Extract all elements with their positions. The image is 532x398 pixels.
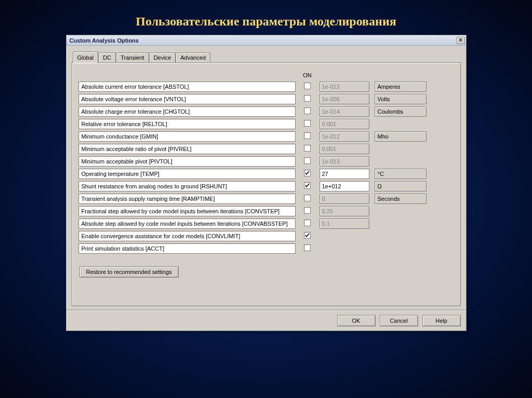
param-checkbox[interactable] [304,244,311,251]
param-unit: Ω [375,181,427,191]
dialog-footer: OK Cancel Help [66,310,466,331]
ok-button[interactable]: OK [337,315,376,326]
param-checkbox[interactable] [304,170,311,176]
restore-button[interactable]: Restore to recommended settings [79,266,179,278]
param-checkbox[interactable] [304,195,311,201]
param-checkbox-cell [301,82,314,91]
param-label: Minimum acceptable ratio of pivot [PIVRE… [78,144,296,154]
param-label: Enable convergence assistance for code m… [78,231,296,241]
param-unit: Seconds [375,194,427,204]
param-label: Absolute voltage error tolerance [VNTOL] [78,94,296,104]
dialog-window: Custom Analysis Options X GlobalDCTransi… [66,35,467,331]
param-label: Operating temperature [TEMP] [78,169,296,179]
param-checkbox-cell [301,107,314,116]
param-value: 1e-012 [320,81,369,92]
param-label: Fractional step allowed by code model in… [78,206,296,216]
tab-strip: GlobalDCTransientDeviceAdvanced [73,51,461,62]
tab-device[interactable]: Device [149,52,176,62]
param-label: Transient analysis supply ramping time [… [78,194,296,204]
param-value: 0.001 [320,119,369,129]
param-label: Print simulation statistics [ACCT] [78,243,296,254]
param-label: Relative error tolerance [RELTOL] [78,119,296,129]
param-value: 0.001 [320,144,369,154]
param-unit: °C [375,169,427,179]
param-unit: Amperes [375,81,427,92]
param-checkbox[interactable] [304,145,311,152]
param-checkbox-cell [301,219,314,228]
tab-panel-global: ON Absolute current error tolerance [ABS… [72,62,461,306]
param-checkbox[interactable] [304,232,311,239]
param-label: Absolute current error tolerance [ABSTOL… [78,81,296,92]
param-checkbox-cell [301,182,314,191]
param-value[interactable]: 27 [320,169,369,179]
cancel-button[interactable]: Cancel [380,315,418,326]
param-checkbox-cell [301,94,314,104]
param-checkbox-cell [301,144,314,154]
param-checkbox[interactable] [304,219,311,226]
tab-transient[interactable]: Transient [116,52,149,62]
tab-advanced[interactable]: Advanced [176,52,210,62]
param-value: 0 [320,194,369,204]
client-area: GlobalDCTransientDeviceAdvanced ON Absol… [66,46,466,310]
param-label: Absolute step allowed by code model inpu… [78,218,296,229]
param-checkbox[interactable] [304,132,311,139]
param-value: 0.25 [320,206,369,216]
param-label: Shunt resistance from analog nodes to gr… [78,181,296,191]
param-label: Minimum conductance [GMIN] [78,131,296,142]
tab-global[interactable]: Global [73,51,99,63]
param-label: Minimum acceptable pivot [PIVTOL] [78,156,296,167]
param-checkbox-cell [301,244,314,253]
param-checkbox[interactable] [304,83,311,89]
param-checkbox-cell [301,207,314,216]
param-checkbox[interactable] [304,95,311,102]
param-checkbox-cell [301,169,314,179]
param-checkbox[interactable] [304,157,311,164]
param-checkbox-cell [301,132,314,141]
param-value: 0.1 [320,218,369,229]
param-checkbox[interactable] [304,207,311,214]
param-value: 1e-014 [320,106,369,117]
param-unit: Coulombs [375,106,427,117]
window-title: Custom Analysis Options [70,37,139,44]
slide-title: Пользовательские параметры моделирования [0,15,532,29]
param-checkbox-cell [301,119,314,129]
param-label: Absolute charge error tolerance [CHGTOL] [78,106,296,117]
help-button[interactable]: Help [422,315,461,326]
column-header-on: ON [301,72,314,78]
param-value[interactable]: 1e+012 [320,181,369,191]
param-checkbox-cell [301,157,314,166]
param-checkbox[interactable] [304,182,311,189]
param-checkbox-cell [301,231,314,241]
param-checkbox[interactable] [304,120,311,127]
close-icon[interactable]: X [457,37,465,44]
param-unit: Mho [375,131,427,142]
param-checkbox-cell [301,194,314,203]
param-value: 1e-012 [320,131,369,142]
tab-dc[interactable]: DC [98,52,116,62]
param-unit: Volts [375,94,427,104]
param-value: 1e-006 [320,94,369,104]
titlebar: Custom Analysis Options X [66,35,466,46]
param-checkbox[interactable] [304,107,311,114]
param-value: 1e-013 [320,156,369,167]
